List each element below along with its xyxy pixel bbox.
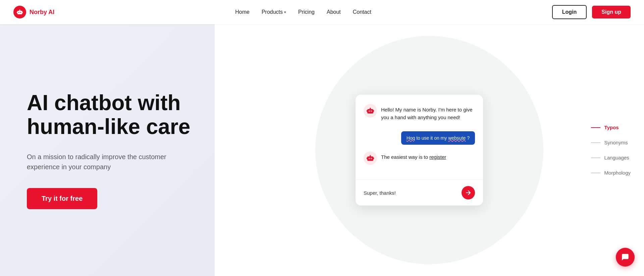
feature-label-synonyms: Synonyms (604, 140, 628, 145)
svg-point-20 (371, 158, 372, 159)
nav-products[interactable]: Products ▾ (262, 9, 286, 15)
feature-label-languages: Languages (604, 155, 629, 160)
logo[interactable]: Norby AI (13, 6, 54, 18)
hero-title: AI chatbot with human-like care (27, 91, 195, 138)
svg-rect-5 (17, 12, 17, 13)
nav-about[interactable]: About (327, 9, 341, 15)
bot-answer-text: The easiest way is to register (381, 151, 475, 161)
feature-morphology: Morphology (591, 170, 631, 176)
svg-rect-14 (367, 110, 367, 112)
hero-left: AI chatbot with human-like care On a mis… (0, 24, 215, 276)
svg-rect-6 (22, 12, 23, 13)
hero-subtitle: On a mission to radically improve the cu… (27, 152, 195, 172)
feature-line-typos (591, 127, 600, 128)
feature-line-synonyms (591, 142, 600, 143)
signup-button[interactable]: Sign up (592, 6, 631, 18)
features-list: Typos Synonyms Languages Morphology (591, 125, 631, 176)
nav-home[interactable]: Home (235, 9, 250, 15)
feature-label-morphology: Morphology (604, 170, 631, 176)
bot-avatar-icon-2 (366, 154, 374, 162)
svg-point-10 (369, 111, 370, 111)
chat-bubble-icon (621, 253, 630, 262)
chat-card: Hello! My name is Norby. I'm here to giv… (356, 95, 483, 205)
chat-footer: Super, thanks! (356, 180, 483, 205)
logo-icon (13, 6, 26, 18)
svg-rect-22 (370, 155, 371, 155)
bot-avatar (364, 104, 377, 118)
nav-pricing[interactable]: Pricing (298, 9, 315, 15)
robot-icon (16, 8, 23, 16)
svg-rect-15 (373, 110, 374, 112)
brand-name: Norby AI (30, 9, 54, 16)
chat-body: Hello! My name is Norby. I'm here to giv… (356, 95, 483, 180)
svg-point-19 (369, 158, 370, 159)
bot-answer-message: The easiest way is to register (364, 151, 475, 165)
user-message-bubble: Hoq to use it on my websute ? (401, 131, 475, 145)
typo-word-1: Hoq (407, 135, 415, 141)
chevron-down-icon: ▾ (284, 10, 286, 14)
bot-greeting-message: Hello! My name is Norby. I'm here to giv… (364, 104, 475, 121)
user-message-container: Hoq to use it on my websute ? (364, 128, 475, 145)
nav-links: Home Products ▾ Pricing About Contact (235, 9, 371, 15)
svg-rect-7 (367, 109, 373, 113)
send-icon (465, 190, 471, 196)
feature-synonyms: Synonyms (591, 140, 631, 145)
svg-rect-3 (19, 10, 20, 11)
floating-chat-button[interactable] (616, 248, 635, 267)
typo-word-2: websute (448, 135, 466, 141)
bot-avatar-2 (364, 151, 377, 165)
svg-rect-24 (373, 157, 374, 159)
register-link[interactable]: register (429, 154, 446, 160)
svg-rect-13 (370, 107, 371, 108)
nav-actions: Login Sign up (552, 5, 631, 19)
svg-rect-0 (17, 11, 22, 14)
svg-rect-12 (370, 108, 371, 109)
feature-line-languages (591, 157, 600, 158)
chat-footer-text: Super, thanks! (364, 190, 396, 196)
svg-point-1 (18, 12, 19, 13)
svg-rect-16 (367, 156, 373, 161)
try-free-button[interactable]: Try it for free (27, 188, 97, 209)
svg-point-11 (371, 111, 372, 111)
feature-typos: Typos (591, 125, 631, 130)
svg-rect-23 (367, 157, 367, 159)
navbar: Norby AI Home Products ▾ Pricing About C… (0, 0, 644, 24)
svg-rect-21 (370, 155, 371, 156)
bot-avatar-icon (366, 107, 374, 115)
svg-point-2 (20, 12, 21, 13)
feature-line-morphology (591, 173, 600, 173)
nav-contact[interactable]: Contact (353, 9, 371, 15)
feature-label-typos: Typos (604, 125, 619, 130)
login-button[interactable]: Login (552, 5, 587, 19)
svg-rect-4 (20, 9, 20, 10)
chat-send-button[interactable] (462, 186, 475, 199)
feature-languages: Languages (591, 155, 631, 160)
hero-section: AI chatbot with human-like care On a mis… (0, 0, 644, 276)
bot-greeting-text: Hello! My name is Norby. I'm here to giv… (381, 104, 475, 121)
hero-right: Hello! My name is Norby. I'm here to giv… (215, 24, 644, 276)
